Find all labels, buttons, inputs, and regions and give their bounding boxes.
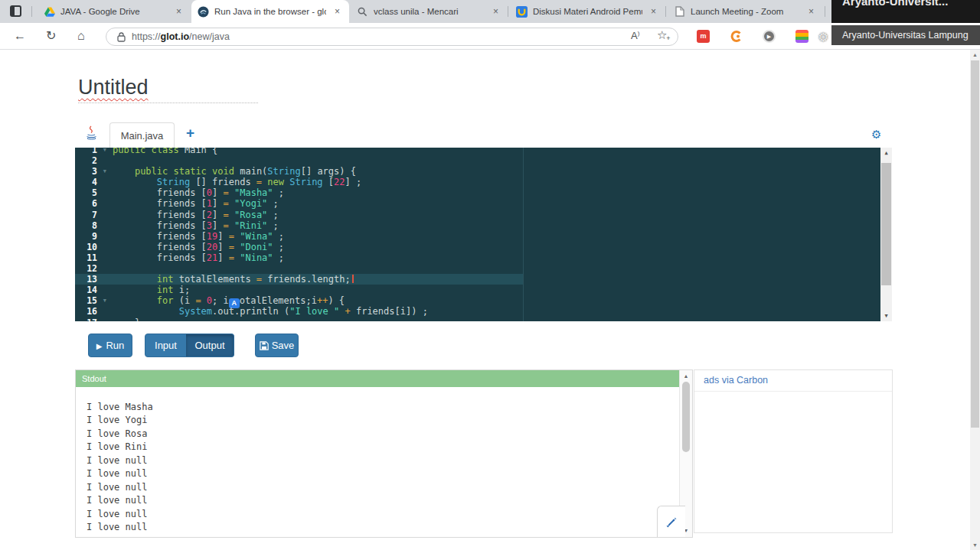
code-line[interactable]: 15▼ for (i = 0; iAotalElements;i++) {	[75, 295, 892, 306]
extension-c-icon[interactable]	[730, 30, 743, 43]
lock-icon[interactable]	[117, 32, 126, 42]
stdout-line: I love null	[87, 494, 153, 507]
code-line[interactable]: 4 String [] friends = new String [22] ;	[75, 177, 892, 187]
tab-separator	[665, 6, 666, 17]
tab-title: Diskusi Materi Android Pemu	[533, 7, 642, 16]
read-aloud-icon[interactable]: A)	[631, 30, 639, 41]
java-language-icon	[85, 125, 98, 143]
scrollbar-thumb[interactable]	[881, 163, 891, 285]
editor-scrollbar[interactable]: ▲ ▼	[880, 148, 892, 321]
line-number: 3▼	[75, 166, 109, 177]
line-number: 4	[75, 177, 109, 187]
refresh-icon[interactable]: ↻	[46, 29, 56, 43]
scroll-up-icon[interactable]: ▲	[680, 371, 692, 382]
fold-caret-icon[interactable]: ▼	[103, 166, 106, 177]
line-number: 16	[75, 306, 109, 317]
code-line[interactable]: 13 int totalElements = friends.length;	[75, 274, 892, 285]
scroll-down-icon[interactable]: ▼	[970, 540, 980, 550]
close-icon[interactable]: ×	[173, 6, 185, 17]
line-number: 13	[75, 274, 109, 285]
tab-diskusi-android[interactable]: Diskusi Materi Android Pemu ×	[510, 0, 665, 23]
editor-settings-gear-icon[interactable]: ⚙	[871, 128, 881, 142]
tab-zoom-meeting[interactable]: Launch Meeting - Zoom ×	[668, 0, 823, 23]
extension-mendeley-icon[interactable]: m	[697, 30, 710, 43]
code-line[interactable]: 6 friends [1] = "Yogi" ;	[75, 198, 892, 209]
browser-window: JAVA - Google Drive × Run Java in the br…	[0, 0, 980, 550]
tab-glot-active[interactable]: Run Java in the browser - glo ×	[191, 0, 349, 23]
line-number: 10	[75, 242, 109, 252]
code-line[interactable]: 1▼public class Main {	[75, 148, 892, 155]
tab-google-drive[interactable]: JAVA - Google Drive ×	[38, 0, 191, 23]
tab-vclass-search[interactable]: vclass unila - Mencari ×	[351, 0, 508, 23]
favorite-star-icon[interactable]: ☆+	[657, 28, 667, 42]
tab-actions-icon[interactable]	[10, 5, 21, 17]
stdout-line: I love Rosa	[87, 428, 153, 441]
expand-diagonal-arrow-icon	[665, 516, 678, 529]
stdout-line: I love null	[87, 454, 153, 467]
url-text: https://glot.io/new/java	[132, 31, 230, 42]
scroll-up-icon[interactable]: ▲	[880, 148, 892, 158]
zoom-overlay-name-bar: Aryanto-Universitas Lampung	[831, 25, 980, 45]
code-line[interactable]: 16 System.out.println ("I love " + frien…	[75, 306, 892, 317]
input-tab-button[interactable]: Input	[145, 334, 187, 357]
address-bar[interactable]: https://glot.io/new/java	[106, 28, 678, 46]
line-number: 12	[75, 263, 109, 274]
code-editor[interactable]: 1▼public class Main {23▼ public static v…	[75, 148, 892, 321]
fold-caret-icon[interactable]: ▼	[103, 148, 106, 155]
output-tab-button[interactable]: Output	[186, 334, 234, 357]
file-tab-main-java[interactable]: Main.java	[109, 122, 175, 148]
line-number: 7	[75, 210, 109, 220]
extension-play-icon[interactable]: ▶	[763, 30, 776, 43]
code-line[interactable]: 9 friends [19] = "Wina" ;	[75, 231, 892, 242]
code-line[interactable]: 10 friends [20] = "Doni" ;	[75, 242, 892, 252]
scrollbar-thumb[interactable]	[682, 382, 690, 452]
code-line[interactable]: 11 friends [21] = "Nina" ;	[75, 252, 892, 263]
stdout-lines: I love MashaI love YogiI love RosaI love…	[87, 401, 153, 534]
close-icon[interactable]: ×	[805, 6, 817, 17]
code-line[interactable]: 5 friends [0] = "Masha" ;	[75, 187, 892, 198]
text-cursor	[352, 275, 354, 283]
home-icon[interactable]: ⌂	[77, 29, 85, 43]
run-play-icon: ▶	[96, 342, 103, 350]
expand-output-button[interactable]	[657, 506, 685, 538]
zoom-participant-name: Aryanto-Universitas Lampung	[831, 25, 980, 45]
vclass-icon	[516, 6, 528, 18]
snippet-title[interactable]: Untitled	[78, 76, 149, 99]
line-number: 15▼	[75, 295, 109, 306]
code-line[interactable]: 14 int i;	[75, 285, 892, 295]
stdout-line: I love null	[87, 521, 153, 534]
tab-title: JAVA - Google Drive	[60, 7, 168, 16]
back-icon[interactable]: ←	[14, 29, 26, 43]
scroll-up-icon[interactable]: ▲	[970, 50, 980, 60]
line-number: 6	[75, 198, 109, 209]
code-line[interactable]: 2	[75, 155, 892, 166]
line-number: 5	[75, 187, 109, 198]
code-line[interactable]: 17 }	[75, 317, 892, 322]
extension-palette-icon[interactable]	[795, 30, 808, 43]
tab-separator	[825, 6, 825, 17]
save-button[interactable]: Save	[255, 334, 299, 357]
code-line[interactable]: 8 friends [3] = "Rini" ;	[75, 220, 892, 231]
code-line[interactable]: 3▼ public static void main(String[] args…	[75, 166, 892, 177]
scroll-down-icon[interactable]: ▼	[880, 311, 892, 321]
code-line[interactable]: 12	[75, 263, 892, 274]
add-file-button[interactable]: +	[186, 125, 194, 142]
close-icon[interactable]: ×	[332, 6, 343, 17]
line-number: 1▼	[75, 148, 109, 155]
editor-lines: 1▼public class Main {23▼ public static v…	[75, 148, 892, 321]
ads-via-carbon-link[interactable]: ads via Carbon	[694, 370, 892, 392]
scrollbar-thumb[interactable]	[971, 60, 979, 428]
ads-panel: ads via Carbon	[694, 369, 893, 533]
close-icon[interactable]: ×	[648, 6, 659, 17]
line-number: 8	[75, 220, 109, 231]
code-line[interactable]: 7 friends [2] = "Rosa" ;	[75, 210, 892, 220]
run-button[interactable]: ▶Run	[88, 334, 132, 357]
fold-caret-icon[interactable]: ▼	[103, 295, 106, 306]
settings-gear-icon[interactable]: ⚙	[818, 30, 828, 44]
close-icon[interactable]: ×	[490, 6, 501, 17]
search-icon	[357, 6, 368, 18]
tab-title: Launch Meeting - Zoom	[691, 7, 800, 16]
stdout-line: I love null	[87, 508, 153, 521]
stdout-line: I love null	[87, 467, 153, 480]
page-scrollbar[interactable]: ▲ ▼	[970, 50, 980, 550]
